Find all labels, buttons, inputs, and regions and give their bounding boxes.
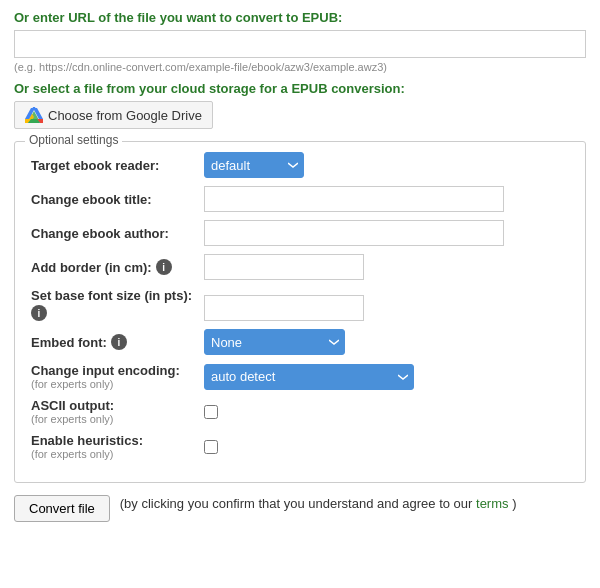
url-input[interactable] (14, 30, 586, 58)
ascii-sub: (for experts only) (31, 413, 196, 425)
change-author-input[interactable] (204, 220, 504, 246)
optional-settings-box: Optional settings Target ebook reader: d… (14, 141, 586, 483)
add-border-row: Add border (in cm): i (31, 254, 569, 280)
embed-font-row: Embed font: i None Arial Times New Roman (31, 329, 569, 355)
target-reader-select[interactable]: default kindle nook kobo (204, 152, 304, 178)
change-author-row: Change ebook author: (31, 220, 569, 246)
heuristics-sub: (for experts only) (31, 448, 196, 460)
cloud-section-label: Or select a file from your cloud storage… (14, 81, 586, 96)
ascii-label-group: ASCII output: (for experts only) (31, 398, 196, 425)
embed-font-select[interactable]: None Arial Times New Roman (204, 329, 345, 355)
encoding-select[interactable]: auto detect UTF-8 ISO-8859-1 ASCII (204, 364, 414, 390)
base-font-info-icon[interactable]: i (31, 305, 47, 321)
ascii-label: ASCII output: (31, 398, 196, 413)
encoding-label-group: Change input encoding: (for experts only… (31, 363, 196, 390)
add-border-label-group: Add border (in cm): i (31, 259, 196, 275)
ascii-checkbox[interactable] (204, 405, 218, 419)
add-border-input[interactable] (204, 254, 364, 280)
terms-prefix: (by clicking you confirm that you unders… (120, 496, 473, 511)
change-title-input[interactable] (204, 186, 504, 212)
heuristics-label-group: Enable heuristics: (for experts only) (31, 433, 196, 460)
convert-button[interactable]: Convert file (14, 495, 110, 522)
target-reader-label: Target ebook reader: (31, 158, 196, 173)
google-drive-button[interactable]: Choose from Google Drive (14, 101, 213, 129)
google-drive-icon (25, 107, 43, 123)
encoding-row: Change input encoding: (for experts only… (31, 363, 569, 390)
footer-row: Convert file (by clicking you confirm th… (14, 495, 586, 522)
change-title-row: Change ebook title: (31, 186, 569, 212)
add-border-info-icon[interactable]: i (156, 259, 172, 275)
target-reader-row: Target ebook reader: default kindle nook… (31, 152, 569, 178)
base-font-label: Set base font size (in pts): (31, 288, 196, 303)
embed-font-label-group: Embed font: i (31, 334, 196, 350)
encoding-label: Change input encoding: (31, 363, 196, 378)
change-author-label: Change ebook author: (31, 226, 196, 241)
google-drive-btn-label: Choose from Google Drive (48, 108, 202, 123)
terms-end: ) (512, 496, 516, 511)
base-font-label-group: Set base font size (in pts): i (31, 288, 196, 321)
heuristics-checkbox[interactable] (204, 440, 218, 454)
heuristics-label: Enable heuristics: (31, 433, 196, 448)
url-section-label: Or enter URL of the file you want to con… (14, 10, 586, 25)
url-hint: (e.g. https://cdn.online-convert.com/exa… (14, 61, 586, 73)
base-font-input[interactable] (204, 295, 364, 321)
embed-font-info-icon[interactable]: i (111, 334, 127, 350)
change-title-label: Change ebook title: (31, 192, 196, 207)
encoding-sub: (for experts only) (31, 378, 196, 390)
add-border-label: Add border (in cm): (31, 260, 152, 275)
terms-link[interactable]: terms (476, 496, 509, 511)
base-font-row: Set base font size (in pts): i (31, 288, 569, 321)
ascii-row: ASCII output: (for experts only) (31, 398, 569, 425)
embed-font-label: Embed font: (31, 335, 107, 350)
terms-text: (by clicking you confirm that you unders… (120, 495, 517, 513)
heuristics-row: Enable heuristics: (for experts only) (31, 433, 569, 460)
optional-legend: Optional settings (25, 133, 122, 147)
